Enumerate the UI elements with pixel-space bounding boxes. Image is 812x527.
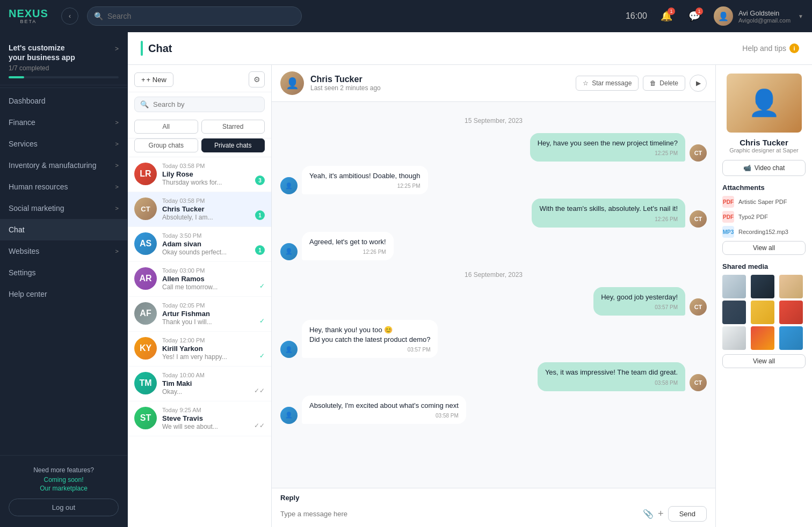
settings-gear-button[interactable]: ⚙ xyxy=(249,71,265,87)
chat-item-name: Adam sivan xyxy=(162,240,265,248)
notifications-badge: 1 xyxy=(668,8,675,15)
sidebar-item-dashboard[interactable]: Dashboard xyxy=(0,90,127,112)
send-button[interactable]: Send xyxy=(668,506,707,522)
media-thumb[interactable] xyxy=(779,301,803,324)
list-item[interactable]: AF Today 02:05 PM Artur Fishman Thank yo… xyxy=(128,297,271,332)
media-thumb[interactable] xyxy=(722,326,746,350)
sidebar-item-inventory[interactable]: Inventory & manufacturing > xyxy=(0,155,127,176)
list-item[interactable]: KY Today 12:00 PM Kirill Yarkon Yes! I a… xyxy=(128,332,271,367)
sidebar-item-help[interactable]: Help center xyxy=(0,283,127,305)
list-item[interactable]: AS Today 3:50 PM Adam sivan Okay sounds … xyxy=(128,227,271,262)
message-bubble: Hey, have you seen the new project timel… xyxy=(530,133,685,162)
sidebar-bottom: Need more features? Coming soon! Our mar… xyxy=(0,455,127,527)
page-title: Chat xyxy=(141,41,172,56)
list-item[interactable]: CT Today 03:58 PM Chris Tucker Absolutel… xyxy=(128,192,271,227)
contact-status: Last seen 2 minutes ago xyxy=(310,84,569,92)
attachment-item: MP3 Recording152.mp3 xyxy=(722,226,806,238)
chat-item-name: Artur Fishman xyxy=(162,310,265,318)
sidebar-item-hr[interactable]: Human resources > xyxy=(0,176,127,197)
sidebar-item-label: Human resources xyxy=(9,182,68,191)
play-button[interactable]: ▶ xyxy=(690,75,707,92)
avatar: TM xyxy=(134,372,157,394)
list-item[interactable]: AR Today 03:00 PM Allen Ramos Call me to… xyxy=(128,262,271,297)
sidebar-item-finance[interactable]: Finance > xyxy=(0,112,127,133)
filter-all-button[interactable]: All xyxy=(134,120,198,134)
message-text: Hey, good job yesterday! xyxy=(601,292,678,302)
media-thumb[interactable] xyxy=(751,301,774,324)
chat-list-toolbar: + + New ⚙ xyxy=(128,65,271,92)
message-avatar: CT xyxy=(690,298,707,316)
sidebar: Let's customizeyour business app 1/7 com… xyxy=(0,32,128,527)
global-search-input[interactable] xyxy=(107,12,295,20)
reply-input[interactable] xyxy=(280,508,639,520)
date-separator: 15 September, 2023 xyxy=(280,117,707,125)
mp3-icon: MP3 xyxy=(722,226,734,238)
chat-item-preview: Thursday works for... xyxy=(162,179,265,186)
media-thumb[interactable] xyxy=(722,301,746,324)
filter-private-chats-button[interactable]: Private chats xyxy=(201,138,265,152)
message-time: 12:26 PM xyxy=(309,249,386,255)
message-bubble: Hey, good job yesterday! 03:57 PM xyxy=(593,287,685,316)
video-chat-button[interactable]: 📹 Video chat xyxy=(722,160,806,176)
message-row: 👤 Hey, thank you! you too 😊Did you catch… xyxy=(280,320,707,358)
view-all-attachments-button[interactable]: View all xyxy=(722,241,806,255)
message-row: CT With the team's skills, absolutely. L… xyxy=(280,199,707,227)
help-tips[interactable]: Help and tips i xyxy=(742,43,799,53)
chat-item-preview: Call me tomorrow... xyxy=(162,283,265,291)
nav-toggle-button[interactable]: ‹ xyxy=(61,8,78,25)
attachment-name: Recording152.mp3 xyxy=(738,229,788,235)
avatar: LR xyxy=(134,163,157,185)
chat-item-preview: We will see about... xyxy=(162,423,265,430)
messages-button[interactable]: 💬 1 xyxy=(686,8,703,25)
chat-header-actions: ☆ Star message 🗑 Delete ▶ xyxy=(576,75,707,92)
right-panel: 👤 Chris Tucker Graphic designer at Saper… xyxy=(715,65,812,527)
list-item[interactable]: LR Today 03:58 PM Lily Rose Thursday wor… xyxy=(128,157,271,192)
list-item[interactable]: TM Today 10:00 AM Tim Maki Okay... ✓✓ xyxy=(128,367,271,401)
search-icon: 🔍 xyxy=(94,12,103,20)
chat-search-input[interactable] xyxy=(153,100,259,108)
user-profile[interactable]: 👤 Avi Goldstein Avigold@gmail.com ▼ xyxy=(714,6,803,26)
info-icon: i xyxy=(789,43,799,53)
chat-item-time: Today 03:58 PM xyxy=(162,197,205,204)
sidebar-item-social[interactable]: Social marketing > xyxy=(0,197,127,219)
message-avatar: 👤 xyxy=(280,243,298,260)
customize-section: Let's customizeyour business app 1/7 com… xyxy=(0,32,127,85)
delete-button[interactable]: 🗑 Delete xyxy=(643,76,685,91)
chevron-right-icon: > xyxy=(115,184,119,190)
media-thumb[interactable] xyxy=(779,275,803,298)
unread-badge: 1 xyxy=(255,210,265,220)
media-thumb[interactable] xyxy=(722,275,746,298)
star-message-button[interactable]: ☆ Star message xyxy=(576,76,639,91)
chevron-right-icon: > xyxy=(115,205,119,211)
media-thumb[interactable] xyxy=(779,326,803,350)
marketplace-link[interactable]: Our marketplace xyxy=(9,485,119,492)
list-item[interactable]: ST Today 9:25 AM Steve Travis We will se… xyxy=(128,401,271,436)
sidebar-item-settings[interactable]: Settings xyxy=(0,262,127,283)
message-avatar: 👤 xyxy=(280,407,298,424)
filter-starred-button[interactable]: Starred xyxy=(201,120,265,134)
new-chat-button[interactable]: + + New xyxy=(134,72,173,87)
attachment-icon[interactable]: 📎 xyxy=(643,509,654,519)
view-all-media-button[interactable]: View all xyxy=(722,354,806,368)
sidebar-item-websites[interactable]: Websites > xyxy=(0,240,127,262)
logout-button[interactable]: Log out xyxy=(9,499,119,516)
chat-item-name: Lily Rose xyxy=(162,170,265,178)
plus-icon[interactable]: + xyxy=(658,508,664,519)
progress-text: 1/7 completed xyxy=(9,64,75,72)
media-thumb[interactable] xyxy=(751,275,774,298)
sidebar-item-services[interactable]: Services > xyxy=(0,133,127,155)
double-read-check-icon: ✓✓ xyxy=(254,387,265,394)
pdf-icon: PDF xyxy=(722,211,734,223)
avatar: 👤 xyxy=(714,6,733,26)
notifications-button[interactable]: 🔔 1 xyxy=(658,8,675,25)
pdf-icon: PDF xyxy=(722,196,734,208)
sidebar-item-label: Social marketing xyxy=(9,204,64,213)
contact-photo: 👤 xyxy=(727,74,802,133)
attachments-title: Attachments xyxy=(722,184,806,192)
help-tips-text: Help and tips xyxy=(742,44,786,53)
chat-item-preview: Absolutely, I am... xyxy=(162,214,265,221)
sidebar-item-chat[interactable]: Chat xyxy=(0,219,127,240)
filter-group-chats-button[interactable]: Group chats xyxy=(134,138,198,152)
coming-soon-link[interactable]: Coming soon! xyxy=(9,476,119,484)
media-thumb[interactable] xyxy=(751,326,774,350)
